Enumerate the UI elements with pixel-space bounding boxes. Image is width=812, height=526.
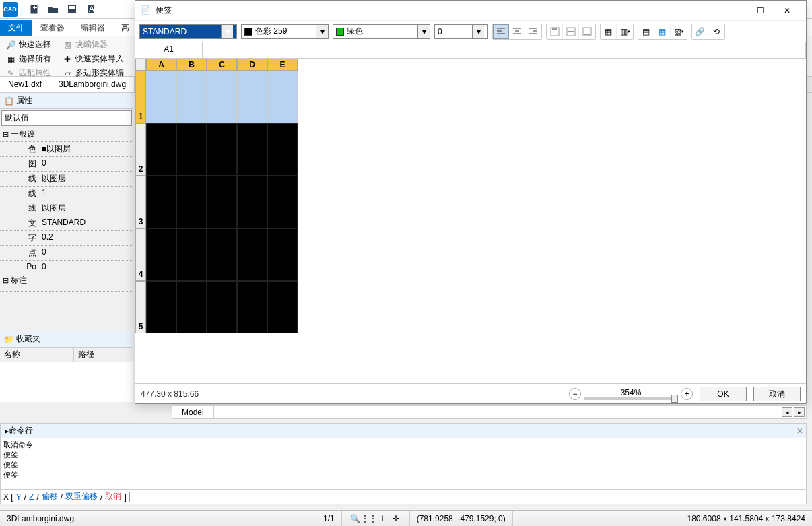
- dialog-titlebar[interactable]: 📄 便签 — ☐ ✕: [135, 1, 806, 21]
- cell-D1[interactable]: [237, 71, 267, 123]
- prop-row-pointstyle[interactable]: 点0: [0, 246, 133, 261]
- sheet-corner[interactable]: [135, 59, 146, 71]
- favorites-col-name[interactable]: 名称: [0, 348, 74, 362]
- zoom-in-button[interactable]: +: [681, 388, 693, 400]
- qa-open-button[interactable]: [45, 2, 61, 17]
- cell-E4[interactable]: [267, 228, 298, 281]
- link-button[interactable]: 🔗: [692, 24, 708, 39]
- cell-D3[interactable]: [237, 176, 267, 228]
- align-center-button[interactable]: [509, 24, 525, 39]
- grid-icon[interactable]: ⋮⋮: [364, 513, 374, 524]
- maximize-button[interactable]: ☐: [747, 1, 774, 20]
- cell-A2[interactable]: [146, 123, 176, 176]
- col-header-B[interactable]: B: [176, 59, 207, 71]
- minimize-button[interactable]: —: [720, 1, 747, 20]
- cell-C1[interactable]: [207, 71, 237, 123]
- chevron-down-icon[interactable]: ▾: [221, 25, 233, 38]
- ortho-icon[interactable]: ⊥: [377, 513, 388, 524]
- ribbon-block-editor[interactable]: ▧块编辑器: [59, 38, 127, 52]
- cell-B5[interactable]: [176, 281, 207, 333]
- ribbon-quick-select[interactable]: 🔎快速选择: [3, 38, 54, 52]
- scroll-left-button[interactable]: ◂: [782, 407, 792, 417]
- prop-row-color[interactable]: 色■以图层: [0, 142, 133, 157]
- ribbon-tab-editor[interactable]: 编辑器: [73, 20, 113, 36]
- ribbon-tab-file[interactable]: 文件: [0, 20, 32, 36]
- cell-C3[interactable]: [207, 176, 237, 228]
- prop-row-linescale[interactable]: 线以图层: [0, 201, 133, 216]
- chevron-down-icon[interactable]: ▾: [316, 25, 328, 38]
- close-button[interactable]: ✕: [774, 1, 801, 20]
- ribbon-select-all[interactable]: ▦选择所有: [3, 52, 54, 66]
- polar-icon[interactable]: ✛: [391, 513, 401, 524]
- cell-B4[interactable]: [176, 228, 207, 281]
- cmd-opt-cancel[interactable]: 取消: [105, 491, 121, 502]
- prop-row-linetype[interactable]: 线以图层: [0, 172, 133, 187]
- cell-E5[interactable]: [267, 281, 298, 333]
- cmd-opt-z[interactable]: Z: [29, 492, 34, 502]
- align-right-button[interactable]: [525, 24, 541, 39]
- chevron-down-icon[interactable]: ▾: [417, 25, 430, 38]
- number-combo[interactable]: ▾: [434, 24, 488, 39]
- cell-C5[interactable]: [207, 281, 237, 333]
- cmd-opt-double-offset[interactable]: 双重偏移: [65, 491, 98, 502]
- table-more-button[interactable]: ▧▾: [671, 24, 687, 39]
- table-style-button[interactable]: ▦: [654, 24, 671, 39]
- ribbon-tab-more[interactable]: 高: [113, 20, 137, 36]
- col-header-D[interactable]: D: [237, 59, 267, 71]
- command-line-close-button[interactable]: ✕: [797, 426, 803, 436]
- cmd-opt-y[interactable]: Y: [16, 492, 22, 502]
- snap-icon[interactable]: 🔍: [350, 513, 361, 524]
- refresh-button[interactable]: ⟲: [708, 24, 724, 39]
- zoom-slider[interactable]: [584, 397, 678, 400]
- row-header-2[interactable]: 2: [135, 123, 146, 176]
- insert-table-button[interactable]: ▤: [638, 24, 654, 39]
- layout-tab-model[interactable]: Model: [172, 406, 214, 418]
- qa-new-button[interactable]: [26, 2, 42, 17]
- command-line-header[interactable]: ▸ 命令行: [1, 424, 806, 438]
- sheet-area[interactable]: A B C D E 1 2 3 4: [135, 59, 806, 383]
- dialog-cancel-button[interactable]: 取消: [753, 387, 801, 401]
- prop-cat-general[interactable]: ⊟ 一般设: [0, 127, 133, 142]
- color2-combo[interactable]: 绿色 ▾: [333, 24, 430, 39]
- ribbon-tab-viewer[interactable]: 查看器: [32, 20, 73, 36]
- cell-D4[interactable]: [237, 228, 267, 281]
- style-combo[interactable]: ▾: [139, 24, 237, 39]
- row-header-3[interactable]: 3: [135, 176, 146, 228]
- zoom-out-button[interactable]: −: [569, 388, 581, 400]
- doc-tab-new1[interactable]: New1.dxf: [0, 77, 50, 92]
- cell-D5[interactable]: [237, 281, 267, 333]
- cell-E2[interactable]: [267, 123, 298, 176]
- qa-save-button[interactable]: [64, 2, 80, 17]
- prop-row-lineweight[interactable]: 线1: [0, 187, 133, 201]
- chevron-down-icon[interactable]: ▾: [472, 25, 484, 38]
- cell-B2[interactable]: [176, 123, 207, 176]
- split-cells-button[interactable]: ▥▾: [617, 24, 633, 39]
- cell-C4[interactable]: [207, 228, 237, 281]
- col-header-A[interactable]: A: [146, 59, 176, 71]
- formula-bar[interactable]: [203, 42, 806, 58]
- prop-cat-annotation[interactable]: ⊟ 标注: [0, 273, 133, 288]
- cell-A3[interactable]: [146, 176, 176, 228]
- properties-default-combo[interactable]: 默认值: [1, 110, 132, 126]
- cell-E3[interactable]: [267, 176, 298, 228]
- ribbon-fast-entity-import[interactable]: ✚快速实体导入: [59, 52, 127, 66]
- command-input[interactable]: [129, 492, 803, 502]
- scroll-right-button[interactable]: ▸: [794, 407, 805, 417]
- cell-B1[interactable]: [176, 71, 207, 123]
- align-top-button[interactable]: [547, 24, 563, 39]
- qa-export-button[interactable]: A: [83, 2, 99, 17]
- cell-A4[interactable]: [146, 228, 176, 281]
- prop-row-textheight[interactable]: 字0.2: [0, 231, 133, 246]
- cmd-opt-offset[interactable]: 偏移: [42, 491, 58, 502]
- prop-row-po[interactable]: Po0: [0, 261, 133, 273]
- cell-A5[interactable]: [146, 281, 176, 333]
- cell-A1[interactable]: [146, 71, 176, 123]
- cell-D2[interactable]: [237, 123, 267, 176]
- row-header-1[interactable]: 1: [135, 71, 146, 123]
- prop-row-textstyle[interactable]: 文STANDARD: [0, 216, 133, 231]
- number-combo-input[interactable]: [435, 25, 472, 38]
- cell-C2[interactable]: [207, 123, 237, 176]
- cell-E1[interactable]: [267, 71, 298, 123]
- dialog-ok-button[interactable]: OK: [700, 387, 747, 401]
- merge-cells-button[interactable]: ▦: [601, 24, 617, 39]
